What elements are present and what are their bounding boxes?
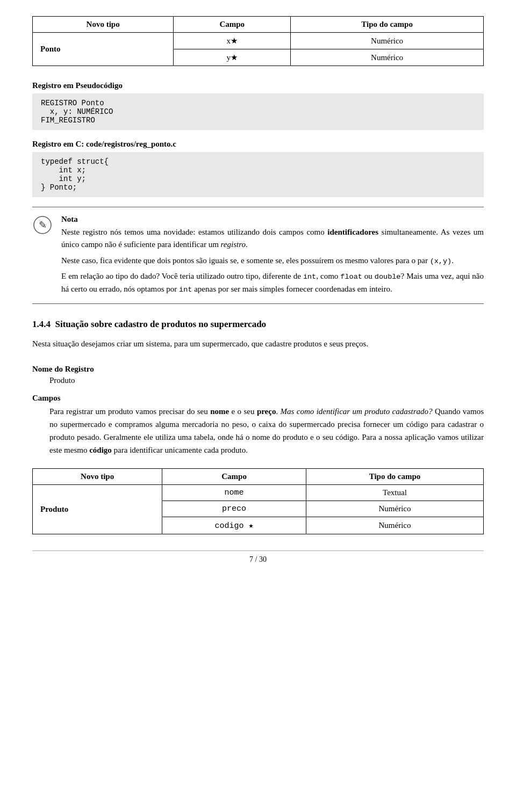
top-table-header-tipo: Tipo do campo — [291, 17, 484, 33]
pseudocodigo-block: REGISTRO Ponto x, y: NUMÉRICO FIM_REGIST… — [32, 93, 484, 130]
campos-para-1: Para registrar um produto vamos precisar… — [49, 405, 484, 456]
note-pencil-icon: ✎ — [33, 216, 52, 234]
nome-registro-label: Nome do Registro — [32, 365, 94, 373]
bottom-table-tipo-nome: Textual — [306, 485, 483, 501]
bottom-table-header-tipo: Tipo do campo — [306, 469, 483, 485]
campos-label: Campos — [32, 394, 484, 403]
top-table-novotipo-ponto: Ponto — [33, 33, 174, 66]
bottom-table-campo-nome: nome — [162, 485, 306, 501]
note-icon: ✎ — [32, 216, 53, 238]
bottom-table: Novo tipo Campo Tipo do campo Produto no… — [32, 468, 484, 534]
page-footer: 7 / 30 — [32, 550, 484, 564]
top-table-header-campo: Campo — [174, 17, 291, 33]
nome-registro-row: Nome do Registro — [32, 365, 484, 374]
note-para-3: E em relação ao tipo do dado? Você teria… — [61, 270, 484, 296]
bottom-table-tipo-codigo: Numérico — [306, 517, 483, 534]
section-144-title: 1.4.4 Situação sobre cadastro de produto… — [32, 319, 484, 330]
registro-c-block: typedef struct{ int x; int y; } Ponto; — [32, 152, 484, 197]
top-table-tipo-y: Numérico — [291, 49, 484, 66]
top-table: Novo tipo Campo Tipo do campo Ponto x★ N… — [32, 16, 484, 66]
bottom-table-header-campo: Campo — [162, 469, 306, 485]
top-table-campo-y: y★ — [174, 49, 291, 66]
pseudocodigo-code: REGISTRO Ponto x, y: NUMÉRICO FIM_REGIST… — [41, 99, 475, 125]
campos-content: Para registrar um produto vamos precisar… — [32, 405, 484, 456]
top-table-tipo-x: Numérico — [291, 33, 484, 49]
top-table-header-novotipo: Novo tipo — [33, 17, 174, 33]
pseudocodigo-heading: Registro em Pseudocódigo — [32, 81, 484, 90]
note-para-2: Neste caso, fica evidente que dois ponto… — [61, 255, 484, 267]
note-title: Nota — [61, 215, 484, 224]
registro-c-code: typedef struct{ int x; int y; } Ponto; — [41, 157, 475, 192]
svg-text:✎: ✎ — [39, 220, 47, 230]
bottom-table-novotipo-produto: Produto — [33, 485, 162, 534]
nome-registro-val: Produto — [32, 376, 484, 385]
note-content: Nota Neste registro nós temos uma novida… — [61, 215, 484, 296]
registro-c-heading: Registro em C: code/registros/reg_ponto.… — [32, 140, 484, 149]
note-box: ✎ Nota Neste registro nós temos uma novi… — [32, 207, 484, 304]
bottom-table-campo-codigo: codigo ★ — [162, 517, 306, 534]
top-table-campo-x: x★ — [174, 33, 291, 49]
section-144-intro: Nesta situação desejamos criar um sistem… — [32, 337, 484, 350]
note-para-1: Neste registro nós temos uma novidade: e… — [61, 226, 484, 251]
bottom-table-tipo-preco: Numérico — [306, 501, 483, 517]
bottom-table-campo-preco: preco — [162, 501, 306, 517]
bottom-table-header-novotipo: Novo tipo — [33, 469, 162, 485]
